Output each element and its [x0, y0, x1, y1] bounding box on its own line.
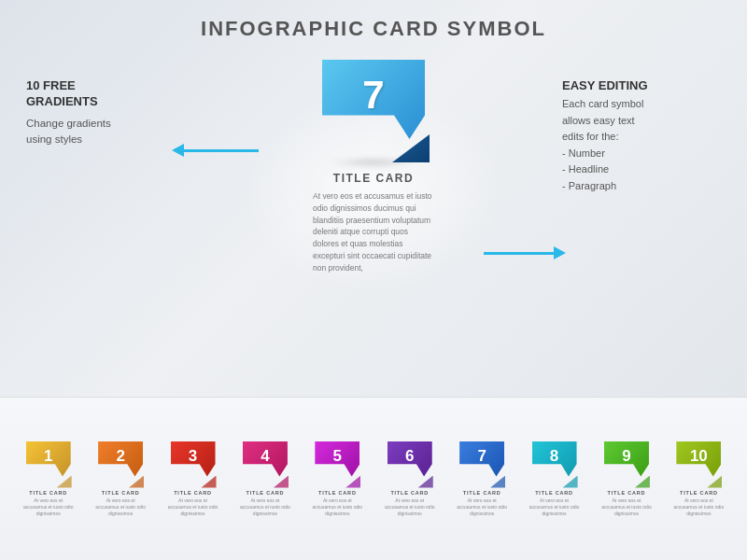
- mini-card-6: 6 TITLE CARD At vero eos et accusamus et…: [375, 441, 444, 517]
- mini-main-4: 4: [243, 441, 288, 477]
- mini-body-3: At vero eos et accusamus et iusto odio d…: [167, 497, 219, 517]
- arrow-left-head: [172, 144, 184, 157]
- mini-title-1: TITLE CARD: [29, 490, 67, 496]
- mini-num-2: 2: [116, 447, 124, 466]
- mini-title-2: TITLE CARD: [102, 490, 140, 496]
- mini-symbol-1: 1: [24, 441, 73, 488]
- mini-num-10: 10: [690, 447, 708, 466]
- mini-num-7: 7: [477, 447, 486, 466]
- mini-main-2: 2: [98, 441, 143, 477]
- mini-title-6: TITLE CARD: [390, 490, 429, 496]
- top-section: 10 FREEGRADIENTS Change gradientsusing s…: [0, 41, 747, 377]
- mini-symbol-3: 3: [169, 441, 218, 488]
- mini-title-9: TITLE CARD: [608, 490, 646, 496]
- mini-title-7: TITLE CARD: [463, 490, 501, 496]
- mini-num-1: 1: [44, 447, 52, 466]
- mini-main-7: 7: [459, 441, 504, 477]
- mini-fold-10: [707, 476, 722, 488]
- mini-fold-8: [563, 476, 578, 488]
- center-card: 7 TITLE CARD At vero eos et accusamus et…: [313, 60, 434, 273]
- main-container: INFOGRAPHIC CARD SYMBOL 10 FREEGRADIENTS…: [0, 0, 747, 560]
- easy-editing-heading: EASY EDITING: [562, 78, 721, 92]
- card-body: At vero eos et accusamus et iusto odio d…: [313, 190, 434, 273]
- mini-num-5: 5: [333, 447, 342, 466]
- mini-card-5: 5 TITLE CARD At vero eos et accusamus et…: [303, 441, 372, 517]
- mini-symbol-10: 10: [674, 441, 723, 488]
- mini-symbol-2: 2: [96, 441, 145, 488]
- mini-body-1: At vero eos et accusamus et iusto odio d…: [22, 497, 75, 517]
- mini-symbol-9: 9: [602, 441, 651, 488]
- arrow-right-head: [554, 246, 566, 259]
- mini-fold-5: [345, 476, 360, 488]
- mini-card-8: 8 TITLE CARD At vero eos et accusamus et…: [520, 441, 588, 517]
- mini-main-1: 1: [26, 441, 71, 477]
- mini-card-10: 10 TITLE CARD At vero eos et accusamus e…: [665, 441, 733, 517]
- mini-body-10: At vero eos et accusamus et iusto odio d…: [672, 497, 725, 517]
- card-main: 7: [322, 60, 425, 139]
- mini-body-4: At vero eos et accusamus et iusto odio d…: [239, 497, 291, 517]
- mini-main-6: 6: [388, 441, 432, 477]
- mini-fold-2: [129, 476, 144, 488]
- mini-main-5: 5: [315, 441, 359, 477]
- mini-symbol-7: 7: [458, 441, 506, 488]
- mini-card-2: 2 TITLE CARD At vero eos et accusamus et…: [86, 441, 154, 517]
- mini-body-2: At vero eos et accusamus et iusto odio d…: [94, 497, 147, 517]
- mini-fold-4: [274, 476, 289, 488]
- mini-body-6: At vero eos et accusamus et iusto odio d…: [384, 497, 436, 517]
- mini-fold-9: [635, 476, 650, 488]
- card-title: TITLE CARD: [313, 172, 434, 185]
- arrow-left-line: [184, 149, 259, 152]
- mini-title-3: TITLE CARD: [174, 490, 212, 496]
- mini-card-7: 7 TITLE CARD At vero eos et accusamus et…: [447, 441, 515, 517]
- mini-fold-1: [57, 476, 72, 488]
- mini-num-9: 9: [622, 447, 630, 466]
- mini-main-3: 3: [171, 441, 216, 477]
- mini-num-3: 3: [189, 447, 197, 466]
- mini-fold-3: [202, 476, 217, 488]
- arrow-right: [484, 246, 565, 259]
- mini-body-8: At vero eos et accusamus et iusto odio d…: [529, 497, 581, 517]
- card-number: 7: [362, 73, 384, 118]
- mini-title-8: TITLE CARD: [535, 490, 573, 496]
- mini-fold-7: [490, 476, 505, 488]
- arrow-right-line: [484, 252, 554, 255]
- bottom-strip: 1 TITLE CARD At vero eos et accusamus et…: [0, 397, 747, 560]
- left-annotation: 10 FREEGRADIENTS Change gradientsusing s…: [26, 78, 111, 147]
- mini-num-4: 4: [261, 447, 269, 466]
- mini-title-5: TITLE CARD: [318, 490, 357, 496]
- right-annotation: EASY EDITING Each card symbolallows easy…: [562, 78, 721, 195]
- mini-main-10: 10: [676, 441, 721, 477]
- card-symbol: 7: [317, 60, 430, 162]
- mini-symbol-5: 5: [313, 441, 361, 488]
- mini-body-9: At vero eos et accusamus et iusto odio d…: [600, 497, 653, 517]
- mini-card-4: 4 TITLE CARD At vero eos et accusamus et…: [231, 441, 299, 517]
- card-shadow: [327, 158, 420, 167]
- gradients-heading: 10 FREEGRADIENTS: [26, 78, 111, 110]
- easy-editing-body: Each card symbolallows easy textedits fo…: [562, 96, 721, 195]
- cards-row: 1 TITLE CARD At vero eos et accusamus et…: [14, 441, 733, 517]
- arrow-left: [173, 144, 259, 157]
- mini-body-7: At vero eos et accusamus et iusto odio d…: [456, 497, 508, 517]
- mini-symbol-8: 8: [530, 441, 579, 488]
- page-title: INFOGRAPHIC CARD SYMBOL: [0, 0, 747, 41]
- mini-body-5: At vero eos et accusamus et iusto odio d…: [311, 497, 363, 517]
- mini-symbol-6: 6: [386, 441, 434, 488]
- mini-title-10: TITLE CARD: [680, 490, 718, 496]
- mini-card-1: 1 TITLE CARD At vero eos et accusamus et…: [14, 441, 82, 517]
- mini-num-6: 6: [405, 447, 414, 466]
- mini-num-8: 8: [550, 447, 558, 466]
- gradients-body: Change gradientsusing styles: [26, 116, 111, 148]
- mini-card-3: 3 TITLE CARD At vero eos et accusamus et…: [159, 441, 227, 517]
- mini-card-9: 9 TITLE CARD At vero eos et accusamus et…: [592, 441, 660, 517]
- mini-title-4: TITLE CARD: [247, 490, 285, 496]
- mini-main-9: 9: [604, 441, 649, 477]
- mini-fold-6: [418, 476, 433, 488]
- mini-main-8: 8: [532, 441, 577, 477]
- mini-symbol-4: 4: [241, 441, 289, 488]
